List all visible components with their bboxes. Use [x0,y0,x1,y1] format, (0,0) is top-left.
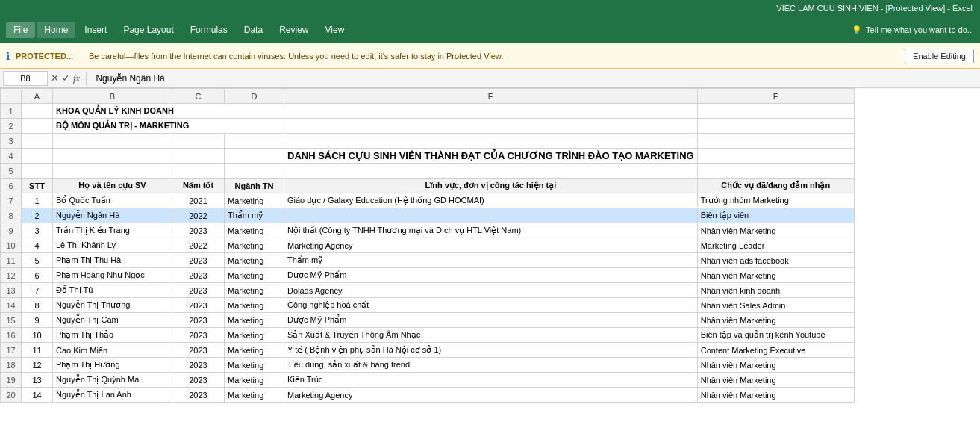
cell-a1[interactable] [22,104,53,119]
cell-major[interactable]: Marketing [225,358,284,373]
col-stt[interactable]: STT [22,179,53,193]
cell-stt[interactable]: 1 [22,193,53,208]
tell-me[interactable]: 💡 Tell me what you want to do... [852,25,974,35]
cell-major[interactable]: Marketing [225,313,284,328]
cell-major[interactable]: Thẩm mỹ [225,208,284,223]
cell-f2[interactable] [697,119,854,134]
cell-stt[interactable]: 14 [22,388,53,403]
cell-b2[interactable]: BỘ MÔN QUẢN TRỊ - MARKETING [53,119,284,134]
cell-f4[interactable] [697,149,854,164]
cell-name[interactable]: Nguyễn Thị Thương [53,298,172,313]
cell-major[interactable]: Marketing [225,253,284,268]
cell-name[interactable]: Phạm Hoàng Như Ngọc [53,268,172,283]
cell-year[interactable]: 2023 [172,298,225,313]
cell-name[interactable]: Bổ Quốc Tuấn [53,193,172,208]
cell-role[interactable]: Biên tập và quản trị kênh Youtube [697,328,854,343]
cell-a4[interactable] [22,149,53,164]
enable-editing-button[interactable]: Enable Editing [905,49,974,63]
cell-role[interactable]: Nhân viên Marketing [697,373,854,388]
cell-stt[interactable]: 5 [22,253,53,268]
cell-e5[interactable] [284,164,698,179]
cell-year[interactable]: 2022 [172,238,225,253]
cell-year[interactable]: 2023 [172,313,225,328]
cell-org[interactable]: Giáo dục / Galaxy Education (Hệ thống GD… [284,193,698,208]
cell-f5[interactable] [697,164,854,179]
cell-year[interactable]: 2023 [172,253,225,268]
menu-file[interactable]: File [6,22,35,38]
cell-c4[interactable] [172,149,225,164]
cell-role[interactable]: Content Marketing Executive [697,343,854,358]
cell-name[interactable]: Phạm Thị Thu Hà [53,253,172,268]
cell-year[interactable]: 2022 [172,208,225,223]
cell-name[interactable]: Nguyễn Thị Cam [53,313,172,328]
cell-role[interactable]: Trưởng nhóm Marketing [697,193,854,208]
cell-org[interactable]: Marketing Agency [284,388,698,403]
cell-year[interactable]: 2023 [172,328,225,343]
cell-org[interactable]: Dược Mỹ Phẩm [284,268,698,283]
menu-review[interactable]: Review [272,22,316,38]
menu-page-layout[interactable]: Page Layout [116,22,181,38]
cell-a5[interactable] [22,164,53,179]
cell-major[interactable]: Marketing [225,298,284,313]
cell-reference[interactable] [3,71,48,86]
cell-stt[interactable]: 12 [22,358,53,373]
cell-major[interactable]: Marketing [225,343,284,358]
cell-org[interactable]: Y tế ( Bệnh viện phụ sản Hà Nội cơ sở 1) [284,343,698,358]
cell-major[interactable]: Marketing [225,283,284,298]
cell-d3[interactable] [225,134,284,149]
cell-b5[interactable] [53,164,172,179]
col-year[interactable]: Năm tốt [172,179,225,193]
cell-name[interactable]: Nguyễn Ngân Hà [53,208,172,223]
cell-stt[interactable]: 8 [22,298,53,313]
cell-name[interactable]: Phạm Thị Hường [53,358,172,373]
formula-input[interactable] [93,73,977,84]
cell-d4[interactable] [225,149,284,164]
cell-e4[interactable]: DANH SÁCH CỰU SINH VIÊN THÀNH ĐẠT CỦA CH… [284,149,698,164]
cell-org[interactable]: Sản Xuất & Truyền Thông Âm Nhạc [284,328,698,343]
cell-org[interactable]: Công nghiệp hoá chất [284,298,698,313]
cell-year[interactable]: 2023 [172,358,225,373]
cell-role[interactable]: Marketing Leader [697,238,854,253]
cell-name[interactable]: Trần Thị Kiều Trang [53,223,172,238]
cell-role[interactable]: Nhân viên Marketing [697,223,854,238]
cell-major[interactable]: Marketing [225,388,284,403]
col-header-c[interactable]: C [172,89,225,104]
cell-org[interactable]: Dolads Agency [284,283,698,298]
menu-formulas[interactable]: Formulas [183,22,235,38]
cell-role[interactable]: Nhân viên kinh doanh [697,283,854,298]
cell-org[interactable]: Thẩm mỹ [284,253,698,268]
cell-major[interactable]: Marketing [225,238,284,253]
cell-major[interactable]: Marketing [225,193,284,208]
col-header-b[interactable]: B [53,89,172,104]
cell-role[interactable]: Nhân viên Marketing [697,268,854,283]
cell-b3[interactable] [53,134,172,149]
col-header-e[interactable]: E [284,89,698,104]
cell-stt[interactable]: 6 [22,268,53,283]
cell-name[interactable]: Nguyễn Thị Lan Anh [53,388,172,403]
menu-home[interactable]: Home [37,22,75,38]
col-org[interactable]: Lĩnh vực, đơn vị công tác hiện tại [284,179,698,193]
cell-year[interactable]: 2023 [172,388,225,403]
cell-stt[interactable]: 11 [22,343,53,358]
cell-major[interactable]: Marketing [225,373,284,388]
col-role[interactable]: Chức vụ đã/đang đảm nhận [697,179,854,193]
cell-major[interactable]: Marketing [225,328,284,343]
cell-year[interactable]: 2021 [172,193,225,208]
cell-c5[interactable] [172,164,225,179]
cell-e1[interactable] [284,104,698,119]
cell-f1[interactable] [697,104,854,119]
cell-stt[interactable]: 9 [22,313,53,328]
cell-role[interactable]: Nhân viên Marketing [697,388,854,403]
cell-role[interactable]: Nhân viên Sales Admin [697,298,854,313]
menu-insert[interactable]: Insert [77,22,114,38]
cell-stt[interactable]: 4 [22,238,53,253]
cell-year[interactable]: 2023 [172,268,225,283]
col-header-d[interactable]: D [225,89,284,104]
cell-major[interactable]: Marketing [225,223,284,238]
cell-org[interactable]: Nội thất (Công ty TNHH Thương mại và Dịc… [284,223,698,238]
cell-year[interactable]: 2023 [172,283,225,298]
cell-year[interactable]: 2023 [172,343,225,358]
cell-org[interactable] [284,208,698,223]
col-header-f[interactable]: F [697,89,854,104]
cell-b1[interactable]: KHOA QUẢN LÝ KINH DOANH [53,104,284,119]
